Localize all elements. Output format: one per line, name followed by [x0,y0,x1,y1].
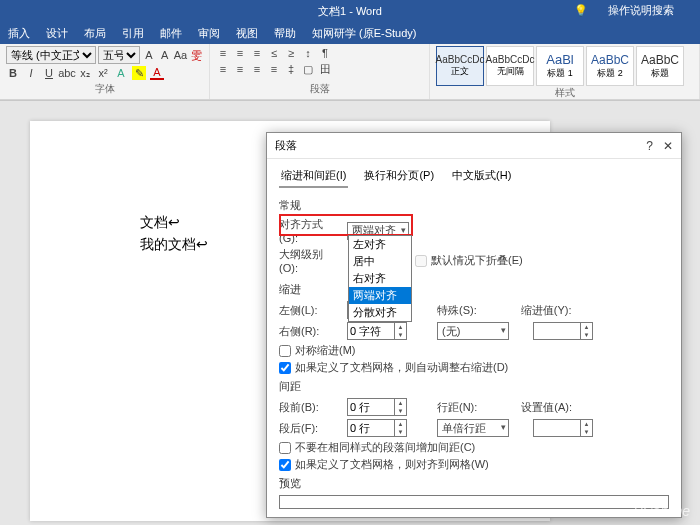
tab-view[interactable]: 视图 [228,26,266,41]
ribbon-tabs: 插入 设计 布局 引用 邮件 审阅 视图 帮助 知网研学 (原E-Study) … [0,22,700,44]
setval-label: 设置值(A): [521,400,572,415]
dialog-help-icon[interactable]: ? [646,139,653,153]
special-select[interactable]: (无)▾ [437,322,509,340]
shading-icon[interactable]: ▢ [301,62,315,76]
paragraph-dialog: 段落 ? ✕ 缩进和间距(I) 换行和分页(P) 中文版式(H) 常规 对齐方式… [266,132,682,518]
style-heading2[interactable]: AaBbC标题 2 [586,46,634,86]
dlg-tab-chinese[interactable]: 中文版式(H) [450,165,513,188]
preview-box [279,495,669,509]
font-group-label: 字体 [6,82,203,97]
align-dropdown: 左对齐 居中 右对齐 两端对齐 分散对齐 [348,235,412,322]
ribbon: 等线 (中文正文) 五号 A A Aa 雯 B I U abc x₂ x² A … [0,44,700,100]
linespace-select[interactable]: 单倍行距▾ [437,419,509,437]
tab-layout[interactable]: 布局 [76,26,114,41]
ribbon-group-paragraph: ≡ ≡ ≡ ≤ ≥ ↕ ¶ ≡ ≡ ≡ ≡ ‡ ▢ 田 段落 [210,44,430,99]
indent-val-label: 缩进值(Y): [521,303,572,318]
dialog-titlebar: 段落 ? ✕ [267,133,681,159]
dialog-body: 常规 对齐方式(G): 两端对齐▾ 大纲级别(O): 默认情况下折叠(E) 缩进… [267,188,681,515]
increase-indent-icon[interactable]: ≥ [284,46,298,60]
tab-references[interactable]: 引用 [114,26,152,41]
change-case-icon[interactable]: Aa [174,48,188,62]
align-option-justify[interactable]: 两端对齐 [349,287,411,304]
align-right-icon[interactable]: ≡ [250,62,264,76]
sort-icon[interactable]: ↕ [301,46,315,60]
align-option-distribute[interactable]: 分散对齐 [349,304,411,321]
section-indent: 缩进 [279,282,669,297]
multilevel-icon[interactable]: ≡ [250,46,264,60]
text-effects-icon[interactable]: A [114,66,128,80]
special-label: 特殊(S): [437,303,477,318]
dlg-tab-pagebreak[interactable]: 换行和分页(P) [362,165,436,188]
para-group-label: 段落 [216,82,423,97]
indent-val-spin[interactable]: ▲▼ [533,322,593,340]
dlg-tab-indent[interactable]: 缩进和间距(I) [279,165,348,188]
grid-align-checkbox[interactable]: 如果定义了文档网格，则对齐到网格(W) [279,457,669,472]
phonetic-icon[interactable]: 雯 [189,48,203,62]
styles-group-label: 样式 [436,86,693,101]
align-option-center[interactable]: 居中 [349,253,411,270]
right-indent-spin[interactable]: ▲▼ [347,322,407,340]
borders-icon[interactable]: 田 [318,62,332,76]
right-indent-label: 右侧(R): [279,324,341,339]
font-size-select[interactable]: 五号 [98,46,140,64]
left-indent-label: 左侧(L): [279,303,341,318]
linespace-label: 行距(N): [437,400,477,415]
show-marks-icon[interactable]: ¶ [318,46,332,60]
tab-cnki[interactable]: 知网研学 (原E-Study) [304,26,425,41]
subscript-icon[interactable]: x₂ [78,66,92,80]
superscript-icon[interactable]: x² [96,66,110,80]
after-label: 段后(F): [279,421,341,436]
italic-icon[interactable]: I [24,66,38,80]
justify-icon[interactable]: ≡ [267,62,281,76]
after-spin[interactable]: ▲▼ [347,419,407,437]
nosamespace-checkbox[interactable]: 不要在相同样式的段落间增加间距(C) [279,440,669,455]
highlight-icon[interactable]: ✎ [132,66,146,80]
collapse-checkbox[interactable]: 默认情况下折叠(E) [415,253,523,268]
underline-icon[interactable]: U [42,66,56,80]
mirror-checkbox[interactable]: 对称缩进(M) [279,343,669,358]
dialog-tabs: 缩进和间距(I) 换行和分页(P) 中文版式(H) [267,159,681,188]
before-spin[interactable]: ▲▼ [347,398,407,416]
tab-help[interactable]: 帮助 [266,26,304,41]
section-spacing: 间距 [279,379,669,394]
strike-icon[interactable]: abc [60,66,74,80]
window-title: 文档1 - Word [318,4,382,19]
outline-label: 大纲级别(O): [279,247,341,274]
bold-icon[interactable]: B [6,66,20,80]
bullet-list-icon[interactable]: ≡ [216,46,230,60]
increase-font-icon[interactable]: A [142,48,156,62]
decrease-indent-icon[interactable]: ≤ [267,46,281,60]
before-label: 段前(B): [279,400,341,415]
dialog-title: 段落 [275,138,297,153]
decrease-font-icon[interactable]: A [158,48,172,62]
font-name-select[interactable]: 等线 (中文正文) [6,46,96,64]
style-nospacing[interactable]: AaBbCcDc无间隔 [486,46,534,86]
dialog-close-icon[interactable]: ✕ [663,139,673,153]
align-left-icon[interactable]: ≡ [216,62,230,76]
tab-design[interactable]: 设计 [38,26,76,41]
tab-review[interactable]: 审阅 [190,26,228,41]
style-heading1[interactable]: AaBl标题 1 [536,46,584,86]
ribbon-group-styles: AaBbCcDc正文 AaBbCcDc无间隔 AaBl标题 1 AaBbC标题 … [430,44,700,99]
font-color-icon[interactable]: A [150,66,164,80]
align-center-icon[interactable]: ≡ [233,62,247,76]
align-label: 对齐方式(G): [279,217,341,244]
ribbon-group-font: 等线 (中文正文) 五号 A A Aa 雯 B I U abc x₂ x² A … [0,44,210,99]
section-preview: 预览 [279,476,669,491]
number-list-icon[interactable]: ≡ [233,46,247,60]
style-normal[interactable]: AaBbCcDc正文 [436,46,484,86]
setval-spin[interactable]: ▲▼ [533,419,593,437]
style-title[interactable]: AaBbC标题 [636,46,684,86]
line-spacing-icon[interactable]: ‡ [284,62,298,76]
align-option-left[interactable]: 左对齐 [349,236,411,253]
tell-me[interactable]: 💡操作说明搜索 [558,3,690,18]
align-option-right[interactable]: 右对齐 [349,270,411,287]
bulb-icon: 💡 [566,4,596,16]
tab-mail[interactable]: 邮件 [152,26,190,41]
watermark: PConline [633,503,690,519]
section-general: 常规 [279,198,669,213]
grid-indent-checkbox[interactable]: 如果定义了文档网格，则自动调整右缩进(D) [279,360,669,375]
tab-insert[interactable]: 插入 [0,26,38,41]
